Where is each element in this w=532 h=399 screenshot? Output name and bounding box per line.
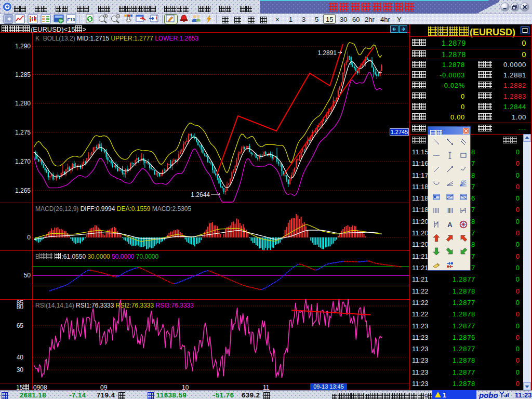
svg-text:65: 65	[17, 322, 24, 329]
svg-text:1.270: 1.270	[15, 158, 31, 165]
svg-text:1.265: 1.265	[15, 187, 31, 194]
svg-text:1.2644: 1.2644	[191, 191, 210, 198]
svg-text:1.285: 1.285	[15, 71, 31, 78]
svg-text:40: 40	[17, 354, 24, 361]
svg-text:1.275: 1.275	[15, 129, 31, 136]
svg-text:1.2891: 1.2891	[317, 49, 337, 57]
svg-text:1.290: 1.290	[15, 43, 31, 50]
svg-text:A: A	[447, 221, 453, 229]
svg-text:1.280: 1.280	[15, 100, 31, 107]
svg-text:80: 80	[17, 303, 24, 311]
svg-text:0: 0	[27, 234, 31, 241]
svg-text:30: 30	[17, 366, 24, 374]
svg-text:F10: F10	[67, 17, 75, 22]
svg-text:50: 50	[24, 272, 31, 279]
